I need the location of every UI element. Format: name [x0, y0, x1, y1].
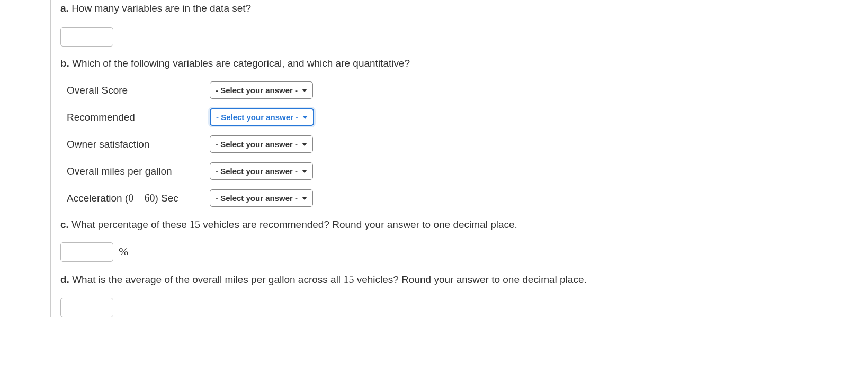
question-d: d. What is the average of the overall mi…: [60, 271, 868, 318]
answer-a-input[interactable]: [60, 27, 113, 47]
variable-label-overall-mpg: Overall miles per gallon: [67, 166, 210, 177]
variable-row-overall-mpg: Overall miles per gallon - Select your a…: [67, 162, 868, 180]
question-a-text: a. How many variables are in the data se…: [60, 1, 868, 16]
select-owner-satisfaction[interactable]: - Select your answer -: [210, 135, 313, 153]
variable-label-recommended: Recommended: [67, 112, 210, 123]
chevron-down-icon: [302, 89, 307, 92]
question-c-label: c.: [60, 219, 69, 230]
question-c-text: c. What percentage of these 15 vehicles …: [60, 216, 868, 233]
chevron-down-icon: [302, 170, 307, 173]
question-c: c. What percentage of these 15 vehicles …: [60, 216, 868, 262]
answer-c-group: %: [60, 242, 868, 262]
variable-row-recommended: Recommended - Select your answer -: [67, 108, 868, 126]
question-c-pre: What percentage of these: [71, 219, 190, 230]
question-b: b. Which of the following variables are …: [60, 56, 868, 207]
chevron-down-icon: [302, 116, 308, 119]
question-c-count: 15: [190, 218, 200, 230]
select-text: - Select your answer -: [216, 167, 298, 176]
answer-d-input[interactable]: [60, 298, 113, 317]
chevron-down-icon: [302, 197, 307, 200]
question-container: a. How many variables are in the data se…: [50, 0, 868, 317]
variable-label-acceleration: Acceleration (0 − 60) Sec: [67, 192, 210, 204]
select-overall-mpg[interactable]: - Select your answer -: [210, 162, 313, 180]
question-d-post: vehicles? Round your answer to one decim…: [354, 274, 586, 285]
variable-label-owner-satisfaction: Owner satisfaction: [67, 139, 210, 150]
variable-row-owner-satisfaction: Owner satisfaction - Select your answer …: [67, 135, 868, 153]
question-d-count: 15: [343, 273, 354, 285]
question-d-pre: What is the average of the overall miles…: [72, 274, 343, 285]
question-c-post: vehicles are recommended? Round your ans…: [200, 219, 517, 230]
question-a-body: How many variables are in the data set?: [71, 3, 251, 14]
select-overall-score[interactable]: - Select your answer -: [210, 81, 313, 99]
variable-list: Overall Score - Select your answer - Rec…: [60, 81, 868, 207]
question-a-label: a.: [60, 3, 69, 14]
select-acceleration[interactable]: - Select your answer -: [210, 189, 313, 207]
select-text: - Select your answer -: [216, 113, 298, 122]
question-d-label: d.: [60, 274, 69, 285]
question-d-text: d. What is the average of the overall mi…: [60, 271, 868, 288]
percent-unit: %: [119, 245, 128, 259]
variable-row-overall-score: Overall Score - Select your answer -: [67, 81, 868, 99]
question-b-text: b. Which of the following variables are …: [60, 56, 868, 71]
question-b-label: b.: [60, 58, 69, 69]
select-text: - Select your answer -: [216, 194, 298, 203]
chevron-down-icon: [302, 143, 307, 146]
variable-label-overall-score: Overall Score: [67, 85, 210, 96]
select-recommended[interactable]: - Select your answer -: [210, 108, 314, 126]
variable-row-acceleration: Acceleration (0 − 60) Sec - Select your …: [67, 189, 868, 207]
answer-c-input[interactable]: [60, 242, 113, 262]
select-text: - Select your answer -: [216, 140, 298, 149]
question-b-body: Which of the following variables are cat…: [72, 58, 410, 69]
question-a: a. How many variables are in the data se…: [60, 1, 868, 47]
select-text: - Select your answer -: [216, 86, 298, 95]
